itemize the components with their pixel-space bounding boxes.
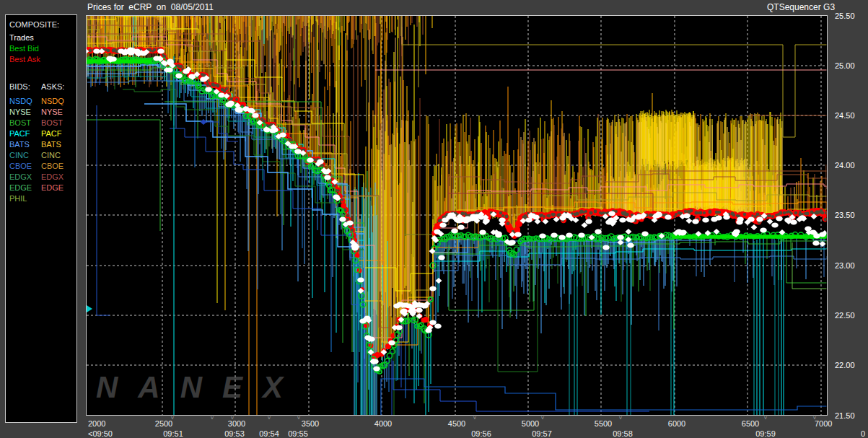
svg-text:NANEX: NANEX <box>96 370 303 404</box>
